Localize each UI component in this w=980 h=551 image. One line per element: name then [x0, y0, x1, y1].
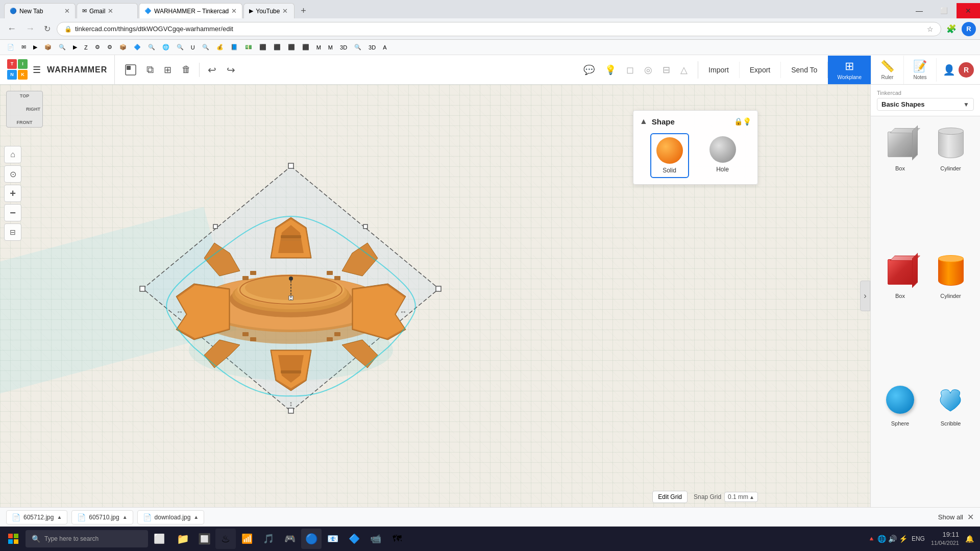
bookmark-item[interactable]: M	[325, 43, 336, 52]
bookmark-item[interactable]: ⚙	[104, 43, 115, 52]
bookmark-item[interactable]: ✉	[18, 43, 29, 52]
user-profile-button[interactable]: 👤 R	[936, 58, 980, 82]
start-button[interactable]	[2, 528, 24, 550]
taskbar-icon-wifi[interactable]: 📶	[237, 529, 257, 549]
bookmark-item[interactable]: 🔍	[199, 43, 212, 52]
copy-button[interactable]: ⧉	[142, 61, 158, 79]
3d-view-tool[interactable]: △	[676, 61, 692, 79]
reload-button[interactable]: ↻	[41, 22, 54, 36]
bookmark-item[interactable]: ⬛	[299, 43, 312, 52]
taskbar-icon-chrome[interactable]: 🔵	[301, 529, 322, 549]
bookmark-item[interactable]: 🔍	[174, 43, 187, 52]
bookmark-item[interactable]: ▶	[30, 43, 40, 52]
hole-shape-option[interactable]: Hole	[704, 133, 741, 178]
zoom-in-button[interactable]: +	[4, 185, 21, 202]
chevron-down-1[interactable]: ▲	[57, 514, 62, 520]
taskbar-icon-edge[interactable]: 🔲	[194, 529, 214, 549]
taskbar-icon-file-explorer[interactable]: 📁	[173, 529, 193, 549]
undo-button[interactable]: ↩	[204, 61, 220, 79]
ruler-tab[interactable]: 📏 Ruler	[871, 56, 903, 84]
address-bar[interactable]: 🔒 tinkercad.com/things/dtkWOGVCgqe-warha…	[57, 22, 941, 36]
panel-collapse-icon[interactable]: ▲	[640, 117, 648, 126]
profile-button[interactable]: R	[962, 22, 976, 36]
zoom-out-button[interactable]: −	[4, 204, 21, 221]
snap-value-stepper[interactable]: 0.1 mm ▲	[724, 492, 758, 502]
panel-toggle[interactable]: ›	[860, 281, 870, 311]
lock-button[interactable]: 🔒	[734, 117, 743, 126]
taskbar-icon-steam[interactable]: ♨	[215, 529, 236, 549]
bookmark-item[interactable]: A	[380, 43, 389, 52]
bookmark-item[interactable]: Z	[81, 43, 91, 52]
download-item-2[interactable]: 📄 605710.jpg ▲	[71, 510, 133, 524]
chevron-down-3[interactable]: ▲	[193, 514, 199, 520]
bookmark-item[interactable]: 🌐	[159, 43, 173, 52]
notes-tab[interactable]: 📝 Notes	[903, 56, 936, 84]
task-view-button[interactable]: ⬜	[149, 529, 169, 549]
lightbulb-tool[interactable]: 💡	[601, 61, 620, 79]
tray-network-icon[interactable]: 🌐	[877, 535, 886, 543]
window-maximize[interactable]: ⬜	[932, 3, 955, 18]
star-icon[interactable]: ☆	[927, 25, 934, 33]
download-item-3[interactable]: 📄 download.jpg ▲	[137, 510, 205, 524]
bookmark-item[interactable]: 📘	[228, 43, 241, 52]
bookmark-item[interactable]: ⬛	[271, 43, 284, 52]
back-button[interactable]: ←	[4, 21, 19, 36]
speech-bubble-tool[interactable]: 💬	[579, 61, 599, 79]
add-shape-button[interactable]	[121, 61, 140, 79]
fit-all-button[interactable]: ⊙	[4, 165, 21, 183]
notification-icon[interactable]: 🔔	[965, 535, 974, 543]
taskbar-icon-music[interactable]: 🎵	[258, 529, 279, 549]
grid-tool[interactable]: ⊟	[658, 61, 674, 79]
hamburger-menu[interactable]: ☰	[33, 64, 41, 76]
show-all-button[interactable]: Show all	[938, 513, 963, 521]
window-minimize[interactable]: —	[908, 3, 931, 18]
tab[interactable]: ▶ YouTube ✕	[243, 3, 295, 18]
bookmark-item[interactable]: 📄	[4, 43, 17, 52]
shape-item-cylinder-orange[interactable]: Cylinder	[927, 250, 974, 373]
shape-outline-tool[interactable]: ◻	[622, 61, 638, 79]
tray-volume-icon[interactable]: 🔊	[888, 535, 897, 543]
tray-battery-icon[interactable]: ⚡	[899, 535, 908, 543]
tab-active[interactable]: 🔷 WARHAMMER – Tinkercad ✕	[139, 3, 242, 18]
panel-light-button[interactable]: 💡	[743, 117, 751, 126]
bookmark-item[interactable]: U	[188, 43, 198, 52]
shape-item-box-red[interactable]: Box	[877, 250, 923, 373]
library-select-wrapper[interactable]: Basic Shapes ▼	[877, 98, 974, 111]
bookmark-item[interactable]: 🔍	[351, 43, 364, 52]
tab-close[interactable]: ✕	[108, 7, 113, 15]
shape-item-sphere-blue[interactable]: Sphere	[877, 378, 923, 501]
orthographic-button[interactable]: ⊟	[4, 223, 21, 241]
edit-grid-button[interactable]: Edit Grid	[652, 491, 688, 503]
forward-button[interactable]: →	[22, 21, 38, 36]
extensions-button[interactable]: 🧩	[944, 22, 959, 36]
close-downloads-button[interactable]: ✕	[967, 512, 974, 522]
bookmark-item[interactable]: 📦	[116, 43, 130, 52]
workplane-tab[interactable]: ⊞ Workplane	[828, 56, 871, 84]
canvas-area[interactable]: TOP RIGHT FRONT ⌂ ⊙ + − ⊟ ›	[0, 85, 870, 507]
bookmark-item[interactable]: 🔍	[56, 43, 69, 52]
bookmark-item[interactable]: ⬛	[285, 43, 298, 52]
redo-button[interactable]: ↪	[223, 61, 239, 79]
taskbar-icon-arduino[interactable]: 🔷	[344, 529, 364, 549]
taskbar-icon-zoom[interactable]: 📹	[365, 529, 386, 549]
bookmark-item[interactable]: 3D	[337, 43, 350, 52]
tab[interactable]: 🔵 New Tab ✕	[4, 3, 76, 18]
target-tool[interactable]: ◎	[640, 61, 656, 79]
bookmark-item[interactable]: ▶	[70, 43, 80, 52]
bookmark-item[interactable]: 💰	[213, 43, 227, 52]
bookmark-item[interactable]: 💵	[242, 43, 255, 52]
send-to-button[interactable]: Send To	[781, 62, 827, 78]
shape-item-cylinder-gray[interactable]: Cylinder	[927, 122, 974, 246]
delete-button[interactable]: 🗑	[178, 61, 195, 78]
shape-item-scribble[interactable]: Scribble	[927, 378, 974, 501]
bookmark-item[interactable]: 3D	[365, 43, 379, 52]
home-view-button[interactable]: ⌂	[4, 146, 21, 163]
import-button[interactable]: Import	[698, 62, 740, 78]
bookmark-item[interactable]: 🔍	[145, 43, 158, 52]
tinkercad-logo[interactable]: T I N K	[7, 59, 29, 81]
bookmark-item[interactable]: ⚙	[92, 43, 103, 52]
tab-close[interactable]: ✕	[64, 7, 70, 15]
bookmark-item[interactable]: ⬛	[256, 43, 270, 52]
chevron-down-2[interactable]: ▲	[122, 514, 128, 520]
taskbar-search[interactable]: 🔍 Type here to search	[26, 530, 148, 547]
